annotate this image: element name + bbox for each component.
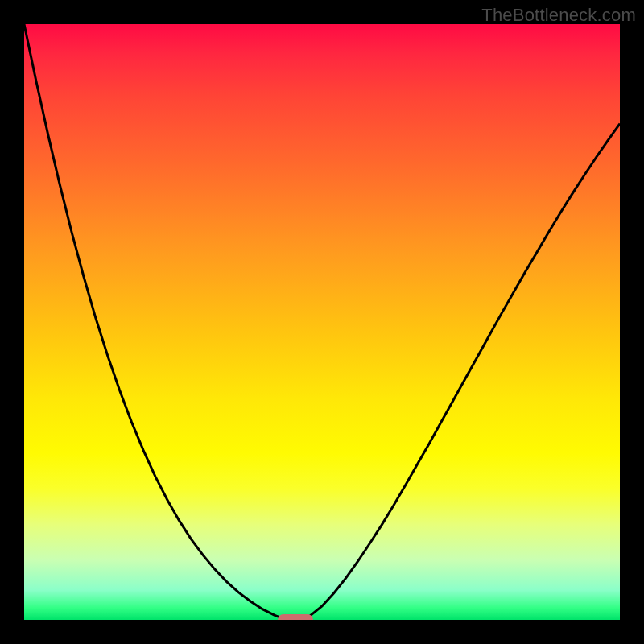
curve-layer <box>24 24 620 620</box>
bottleneck-curve <box>24 24 620 620</box>
watermark-text: TheBottleneck.com <box>481 5 636 26</box>
chart-frame: TheBottleneck.com <box>0 0 644 644</box>
plot-area <box>24 24 620 620</box>
optimal-range-marker <box>278 614 313 620</box>
